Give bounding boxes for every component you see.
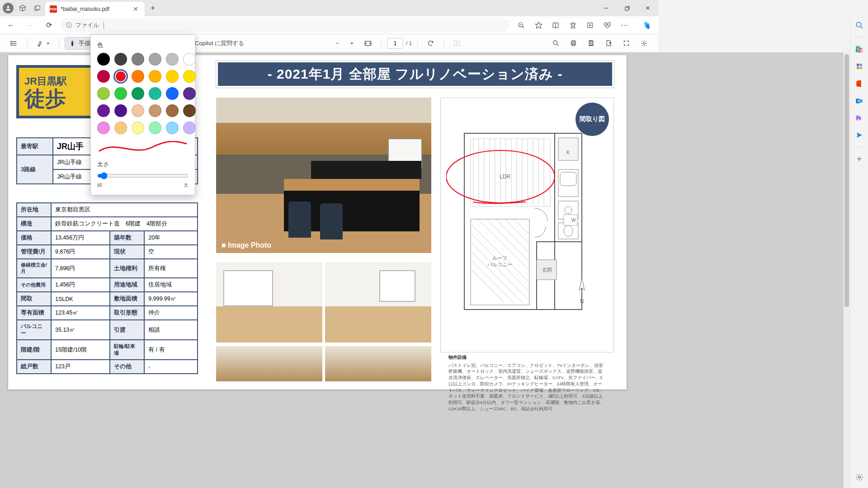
split-screen-icon[interactable] [548,18,563,33]
color-swatch[interactable] [97,122,110,134]
favorite-button[interactable] [531,18,546,33]
color-swatch[interactable] [149,70,161,83]
color-swatch[interactable] [132,122,144,134]
property-table: 所在地東京都目黒区 構造鉄骨鉄筋コンクリート造 6階建 4階部分 価格13,45… [16,202,198,369]
color-swatch[interactable] [132,104,144,117]
zoom-out-button[interactable]: − [332,37,344,50]
color-swatch[interactable] [114,70,127,83]
color-swatch[interactable] [166,70,179,83]
svg-point-34 [643,42,645,44]
maximize-button[interactable] [617,0,637,16]
svg-point-19 [11,41,11,42]
color-swatch[interactable] [114,122,127,134]
svg-rect-31 [572,44,575,46]
color-swatch[interactable] [149,53,161,66]
color-swatch[interactable] [132,70,144,83]
color-swatch[interactable] [132,53,144,66]
svg-text:玄関: 玄関 [542,267,552,272]
svg-point-72 [564,225,573,236]
thickness-slider[interactable] [97,172,189,179]
banner-heading: - 2021年1月 全部屋 フルリノベーション済み - [216,61,614,88]
zoom-in-button[interactable]: + [346,37,358,50]
color-swatch[interactable] [149,122,161,134]
color-swatch[interactable] [114,87,127,100]
workspaces-icon[interactable] [17,3,28,14]
print-button[interactable] [566,37,581,50]
color-swatch[interactable] [183,70,196,83]
window-titlebar: PDF *baibai_maisoku.pdf ✕ + ✕ [0,0,658,16]
main-photo: ■ Image Photo [216,98,431,253]
minimize-button[interactable] [596,0,617,16]
color-swatch[interactable] [166,53,179,66]
fit-width-button[interactable] [360,37,376,50]
color-swatch[interactable] [114,53,127,66]
photo-row-2 [216,346,431,369]
tab-close-button[interactable]: ✕ [131,5,140,14]
svg-line-6 [522,26,524,28]
badge-line1: JR目黒駅 [24,75,95,88]
svg-rect-26 [458,41,460,46]
new-tab-button[interactable]: + [146,2,159,14]
close-window-button[interactable]: ✕ [637,0,658,16]
color-swatch[interactable] [97,53,110,66]
zoom-reset-icon[interactable] [514,18,529,33]
copilot-button[interactable] [639,18,655,33]
pdf-settings-button[interactable] [637,37,652,50]
color-swatch[interactable] [183,53,196,66]
svg-rect-22 [71,42,73,45]
svg-rect-66 [558,138,578,160]
color-swatch[interactable] [132,87,144,100]
badge-line2: 徒歩 [24,88,95,109]
photo-row [216,262,431,343]
highlight-button[interactable]: ▾ [33,37,53,50]
color-swatch[interactable] [166,122,179,134]
fullscreen-button[interactable] [619,37,634,50]
find-button[interactable] [548,37,563,50]
address-bar: ← → ⟳ ⓘ ファイル ⋯ [0,16,658,34]
color-swatch[interactable] [97,104,110,117]
favorites-list-icon[interactable] [565,18,580,33]
tab-actions-icon[interactable] [32,3,42,14]
color-swatch[interactable] [97,70,110,83]
browser-tab[interactable]: PDF *baibai_maisoku.pdf ✕ [45,2,145,16]
color-swatch[interactable] [166,87,179,100]
profile-button[interactable] [3,3,14,14]
address-input[interactable]: ⓘ ファイル [61,18,509,33]
svg-text:W: W [571,218,576,223]
color-swatch[interactable] [97,87,110,100]
photo-small-2 [325,262,431,343]
contents-button[interactable] [6,37,22,50]
svg-rect-37 [555,242,582,310]
color-swatch[interactable] [166,104,179,117]
more-menu-button[interactable]: ⋯ [617,18,632,33]
browser-essentials-icon[interactable] [599,18,615,33]
color-swatch[interactable] [183,122,196,134]
color-swatch[interactable] [149,104,161,117]
collections-icon[interactable] [582,18,598,33]
color-swatch[interactable] [114,104,127,117]
color-swatches [97,53,189,134]
site-info-icon[interactable]: ⓘ [66,21,72,29]
copilot-ask-button[interactable]: Copilot に質問する [191,37,248,50]
color-swatch[interactable] [183,104,196,117]
color-swatch[interactable] [149,87,161,100]
image-photo-label: ■ Image Photo [216,238,277,253]
svg-line-28 [557,44,558,46]
rotate-button[interactable] [423,37,438,50]
svg-text:K: K [566,150,570,155]
svg-text:N: N [580,298,584,305]
svg-point-27 [553,41,557,45]
svg-point-0 [7,6,9,8]
color-swatch[interactable] [183,87,196,100]
save-button[interactable] [584,37,599,50]
save-as-button[interactable] [601,37,616,50]
page-number-input[interactable] [387,38,403,49]
photo-small-1 [216,262,322,343]
svg-rect-68 [560,172,576,186]
back-button[interactable]: ← [4,18,18,33]
color-section-label: 色 [97,41,189,49]
refresh-button[interactable]: ⟳ [42,18,56,33]
page-view-button [449,37,465,50]
svg-rect-4 [625,7,628,10]
svg-rect-32 [590,41,592,42]
